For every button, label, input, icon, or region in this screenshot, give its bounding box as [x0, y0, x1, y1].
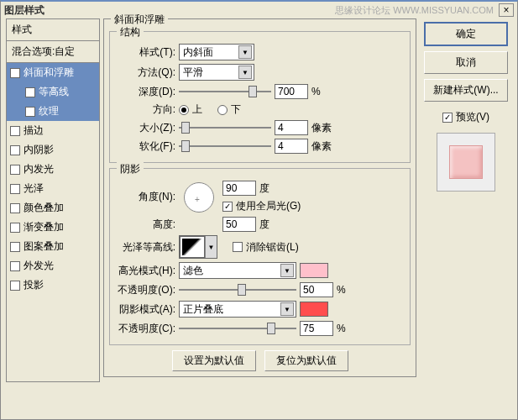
style-item-label: 图案叠加	[24, 239, 64, 254]
style-checkbox[interactable]	[25, 87, 35, 97]
style-checkbox[interactable]	[25, 107, 35, 117]
global-light-checkbox[interactable]	[222, 202, 233, 212]
style-label: 样式(T):	[115, 45, 175, 60]
styles-list: 样式 混合选项:自定 斜面和浮雕等高线纹理描边内阴影内发光光泽颜色叠加渐变叠加图…	[6, 18, 100, 382]
style-item[interactable]: 纹理	[7, 102, 99, 121]
style-checkbox[interactable]	[10, 165, 20, 175]
size-slider[interactable]	[179, 121, 271, 134]
direction-label: 方向:	[115, 102, 175, 117]
style-checkbox[interactable]	[10, 68, 20, 78]
highlight-mode-select[interactable]: 滤色 ▼	[179, 262, 296, 279]
soften-input[interactable]: 4	[275, 139, 308, 154]
style-item-label: 纹理	[39, 104, 59, 118]
styles-header: 样式	[7, 19, 99, 41]
style-item[interactable]: 颜色叠加	[7, 198, 99, 218]
watermark: 思缘设计论坛 WWW.MISSYUAN.COM	[335, 4, 494, 17]
action-buttons: 确定 取消 新建样式(W)... 预览(V)	[420, 18, 512, 382]
style-checkbox[interactable]	[10, 261, 20, 271]
angle-dial[interactable]	[184, 182, 214, 213]
angle-label: 角度(N):	[115, 190, 175, 204]
shadow-opacity-label: 不透明度(C):	[115, 322, 175, 336]
style-item[interactable]: 等高线	[7, 82, 99, 102]
highlight-mode-label: 高光模式(H):	[115, 264, 175, 278]
gloss-contour[interactable]: ▼	[179, 235, 217, 259]
highlight-opacity-input[interactable]: 50	[300, 282, 333, 297]
style-item-label: 光泽	[24, 181, 44, 196]
preview-label: 预览(V)	[456, 110, 489, 124]
reset-default-button[interactable]: 复位为默认值	[264, 350, 348, 371]
style-item-label: 渐变叠加	[24, 220, 64, 234]
size-label: 大小(Z):	[115, 121, 175, 135]
style-item-label: 描边	[24, 123, 44, 138]
style-checkbox[interactable]	[10, 223, 20, 233]
shadow-opacity-input[interactable]: 75	[300, 321, 333, 336]
depth-input[interactable]: 700	[275, 84, 308, 99]
style-item[interactable]: 内发光	[7, 160, 99, 179]
style-checkbox[interactable]	[10, 281, 20, 291]
make-default-button[interactable]: 设置为默认值	[172, 350, 256, 371]
depth-unit: %	[311, 86, 321, 97]
chevron-down-icon: ▼	[238, 66, 252, 79]
direction-up-radio[interactable]	[179, 105, 189, 115]
dialog-title: 图层样式	[4, 3, 44, 18]
style-checkbox[interactable]	[10, 145, 20, 155]
style-item-label: 颜色叠加	[24, 201, 64, 215]
chevron-down-icon: ▼	[280, 264, 294, 277]
altitude-input[interactable]: 50	[222, 217, 256, 232]
shadow-mode-select[interactable]: 正片叠底 ▼	[179, 301, 296, 318]
highlight-opacity-slider[interactable]	[179, 283, 296, 297]
ok-button[interactable]: 确定	[424, 22, 508, 46]
highlight-opacity-label: 不透明度(O):	[115, 283, 175, 297]
global-light-label: 使用全局光(G)	[236, 199, 301, 213]
shadow-color-swatch[interactable]	[300, 302, 328, 317]
close-icon: ×	[503, 4, 509, 16]
close-button[interactable]: ×	[499, 3, 514, 17]
soften-unit: 像素	[311, 139, 332, 154]
style-item-label: 等高线	[39, 85, 69, 99]
shading-title: 阴影	[117, 162, 144, 176]
method-select[interactable]: 平滑 ▼	[179, 64, 254, 81]
new-style-button[interactable]: 新建样式(W)...	[424, 79, 508, 102]
style-item[interactable]: 斜面和浮雕	[7, 63, 99, 82]
angle-input[interactable]: 90	[222, 181, 256, 196]
style-select[interactable]: 内斜面 ▼	[179, 44, 254, 60]
style-item-label: 斜面和浮雕	[24, 66, 74, 80]
chevron-down-icon: ▼	[280, 302, 294, 316]
chevron-down-icon: ▼	[238, 45, 252, 59]
direction-down-radio[interactable]	[217, 105, 228, 115]
style-item[interactable]: 光泽	[7, 179, 99, 198]
size-input[interactable]: 4	[275, 120, 308, 135]
blend-options[interactable]: 混合选项:自定	[7, 41, 99, 63]
shadow-mode-label: 阴影模式(A):	[115, 302, 175, 317]
style-item[interactable]: 外发光	[7, 256, 99, 276]
size-unit: 像素	[311, 121, 332, 135]
style-item[interactable]: 渐变叠加	[7, 218, 99, 237]
method-label: 方法(Q):	[115, 66, 175, 80]
antialias-label: 消除锯齿(L)	[246, 240, 299, 255]
depth-label: 深度(D):	[115, 85, 175, 99]
bevel-panel: 斜面和浮雕 结构 样式(T): 内斜面 ▼ 方法(Q): 平滑	[103, 18, 416, 382]
highlight-color-swatch[interactable]	[300, 263, 328, 278]
chevron-down-icon: ▼	[205, 236, 217, 258]
style-checkbox[interactable]	[10, 126, 20, 136]
preview-thumbnail	[437, 133, 495, 192]
titlebar: 图层样式 思缘设计论坛 WWW.MISSYUAN.COM ×	[1, 2, 517, 18]
preview-checkbox[interactable]	[442, 113, 453, 123]
style-checkbox[interactable]	[10, 242, 20, 252]
style-checkbox[interactable]	[10, 184, 20, 194]
style-item[interactable]: 图案叠加	[7, 237, 99, 256]
style-item-label: 外发光	[24, 259, 54, 273]
style-item[interactable]: 描边	[7, 121, 99, 140]
shadow-opacity-slider[interactable]	[179, 322, 296, 335]
soften-slider[interactable]	[179, 139, 271, 153]
style-checkbox[interactable]	[10, 203, 20, 213]
depth-slider[interactable]	[179, 85, 271, 98]
layer-style-dialog: 图层样式 思缘设计论坛 WWW.MISSYUAN.COM × 样式 混合选项:自…	[0, 0, 518, 420]
soften-label: 软化(F):	[115, 139, 175, 154]
style-item[interactable]: 投影	[7, 276, 99, 295]
antialias-checkbox[interactable]	[233, 242, 243, 252]
style-item-label: 内发光	[24, 162, 54, 176]
cancel-button[interactable]: 取消	[424, 51, 508, 74]
style-item[interactable]: 内阴影	[7, 140, 99, 160]
gloss-label: 光泽等高线:	[115, 240, 175, 255]
